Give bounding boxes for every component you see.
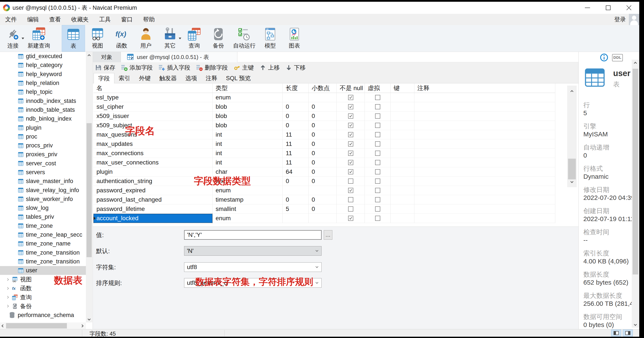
cell-field-name[interactable]: max_updates bbox=[94, 139, 212, 149]
toolbar-button[interactable]: 查询 bbox=[182, 25, 206, 52]
grid-cell[interactable] bbox=[391, 205, 414, 214]
virtual-checkbox[interactable] bbox=[365, 158, 391, 167]
not-null-checkbox[interactable] bbox=[337, 130, 365, 139]
menu-item[interactable]: 帮助 bbox=[138, 14, 160, 25]
sidebar-vertical-scrollbar[interactable] bbox=[86, 52, 92, 322]
grid-cell[interactable] bbox=[283, 214, 308, 223]
grid-header-cell[interactable]: 长度 bbox=[283, 83, 308, 93]
designer-subtab[interactable]: 触发器 bbox=[155, 73, 181, 83]
menu-item[interactable]: 收藏夹 bbox=[66, 14, 94, 25]
cell-field-name[interactable]: x509_issuer bbox=[94, 111, 212, 121]
cell-field-name[interactable]: password_last_changed bbox=[94, 195, 212, 205]
grid-cell[interactable]: 0 bbox=[308, 149, 337, 158]
menu-item[interactable]: 工具 bbox=[94, 14, 116, 25]
grid-vertical-scrollbar[interactable] bbox=[567, 86, 577, 187]
grid-cell[interactable]: 11 bbox=[283, 149, 308, 158]
virtual-checkbox[interactable] bbox=[365, 186, 391, 195]
grid-header-cell[interactable]: 注释 bbox=[414, 83, 555, 93]
close-button[interactable] bbox=[618, 2, 639, 14]
sidebar-horizontal-scrollbar[interactable] bbox=[0, 322, 86, 329]
cell-field-name[interactable]: ssl_type bbox=[94, 93, 212, 102]
grid-cell[interactable]: 0 bbox=[308, 167, 337, 177]
toolbar-button[interactable]: 用户 bbox=[134, 25, 158, 52]
grid-cell[interactable]: 0 bbox=[308, 121, 337, 130]
cell-field-name[interactable]: account_locked bbox=[94, 214, 212, 223]
grid-cell[interactable]: 0 bbox=[308, 102, 337, 111]
sidebar-table-item[interactable]: server_cost bbox=[0, 159, 86, 168]
grid-cell[interactable] bbox=[414, 158, 555, 167]
grid-cell[interactable] bbox=[414, 139, 555, 149]
grid-header-cell[interactable]: 不是 null bbox=[337, 83, 365, 93]
virtual-checkbox[interactable] bbox=[365, 93, 391, 102]
grid-cell[interactable] bbox=[414, 102, 555, 111]
toggle-left-pane-button[interactable] bbox=[611, 329, 621, 336]
grid-cell[interactable] bbox=[414, 205, 555, 214]
toolbar-button[interactable]: 表 bbox=[62, 25, 85, 52]
chevron-right-icon[interactable] bbox=[6, 287, 9, 290]
sidebar-table-item[interactable]: time_zone bbox=[0, 222, 86, 230]
virtual-checkbox[interactable] bbox=[365, 111, 391, 121]
toolbar-button[interactable]: 模型 bbox=[258, 25, 282, 52]
cell-field-name[interactable]: ssl_cipher bbox=[94, 102, 212, 111]
ddl-button[interactable]: DDL bbox=[612, 54, 623, 61]
designer-button[interactable]: 保存 bbox=[95, 64, 115, 72]
grid-row[interactable]: ssl_cipherblob00 bbox=[94, 102, 555, 111]
grid-cell[interactable] bbox=[391, 102, 414, 111]
grid-cell[interactable]: 0 bbox=[308, 158, 337, 167]
grid-cell[interactable]: 11 bbox=[283, 130, 308, 139]
grid-row[interactable]: account_lockedenum bbox=[94, 214, 555, 223]
grid-cell[interactable]: 0 bbox=[308, 130, 337, 139]
grid-cell[interactable] bbox=[391, 177, 414, 186]
grid-cell[interactable]: 0 bbox=[283, 111, 308, 121]
default-select[interactable]: 'N' bbox=[184, 246, 322, 256]
grid-cell[interactable] bbox=[391, 121, 414, 130]
grid-cell[interactable] bbox=[414, 167, 555, 177]
grid-cell[interactable]: 0 bbox=[308, 195, 337, 205]
sidebar-table-item[interactable]: proc bbox=[0, 132, 86, 141]
grid-row[interactable]: x509_subjectblob00 bbox=[94, 121, 555, 130]
grid-cell[interactable] bbox=[391, 139, 414, 149]
value-more-button[interactable]: ... bbox=[324, 230, 332, 240]
grid-cell[interactable] bbox=[414, 130, 555, 139]
virtual-checkbox[interactable] bbox=[365, 205, 391, 214]
not-null-checkbox[interactable] bbox=[337, 93, 365, 102]
grid-cell[interactable]: int bbox=[212, 130, 283, 139]
grid-cell[interactable] bbox=[391, 158, 414, 167]
not-null-checkbox[interactable] bbox=[337, 167, 365, 177]
sidebar-table-item[interactable]: servers bbox=[0, 168, 86, 177]
not-null-checkbox[interactable] bbox=[337, 214, 365, 223]
sidebar-table-item[interactable]: ndb_binlog_index bbox=[0, 114, 86, 123]
virtual-checkbox[interactable] bbox=[365, 130, 391, 139]
grid-row[interactable]: max_connectionsint110 bbox=[94, 149, 555, 158]
grid-cell[interactable]: 0 bbox=[308, 177, 337, 186]
grid-cell[interactable]: 0 bbox=[283, 121, 308, 130]
designer-button[interactable]: 主键 bbox=[234, 64, 254, 72]
scroll-down-icon[interactable] bbox=[567, 177, 577, 186]
tab-user-table[interactable]: user @mysql (10.0.0.51) - 表 bbox=[121, 52, 238, 62]
not-null-checkbox[interactable] bbox=[337, 186, 365, 195]
sidebar-table-item[interactable]: procs_priv bbox=[0, 141, 86, 150]
virtual-checkbox[interactable] bbox=[365, 214, 391, 223]
sidebar-table-item[interactable]: help_relation bbox=[0, 79, 86, 88]
designer-subtab[interactable]: 索引 bbox=[114, 73, 135, 83]
not-null-checkbox[interactable] bbox=[337, 158, 365, 167]
grid-cell[interactable] bbox=[414, 111, 555, 121]
designer-button[interactable]: 下移 bbox=[285, 64, 306, 72]
sidebar-table-item[interactable]: help_keyword bbox=[0, 70, 86, 79]
not-null-checkbox[interactable] bbox=[337, 205, 365, 214]
grid-cell[interactable]: int bbox=[212, 139, 283, 149]
designer-subtab[interactable]: 外键 bbox=[135, 73, 155, 83]
scroll-up-icon[interactable] bbox=[567, 87, 577, 96]
grid-row[interactable]: password_lifetimesmallint50 bbox=[94, 205, 555, 214]
not-null-checkbox[interactable] bbox=[337, 149, 365, 158]
grid-cell[interactable]: timestamp bbox=[212, 195, 283, 205]
login-link[interactable]: 登录 bbox=[614, 16, 626, 23]
grid-cell[interactable]: 11 bbox=[283, 158, 308, 167]
grid-cell[interactable]: 0 bbox=[283, 102, 308, 111]
chevron-right-icon[interactable] bbox=[6, 278, 9, 281]
grid-row[interactable]: x509_issuerblob00 bbox=[94, 111, 555, 121]
scrollbar-thumb[interactable] bbox=[86, 123, 92, 257]
grid-cell[interactable]: enum bbox=[212, 93, 283, 102]
sidebar-table-item[interactable]: plugin bbox=[0, 123, 86, 132]
designer-button[interactable]: 插入字段 bbox=[158, 64, 190, 72]
